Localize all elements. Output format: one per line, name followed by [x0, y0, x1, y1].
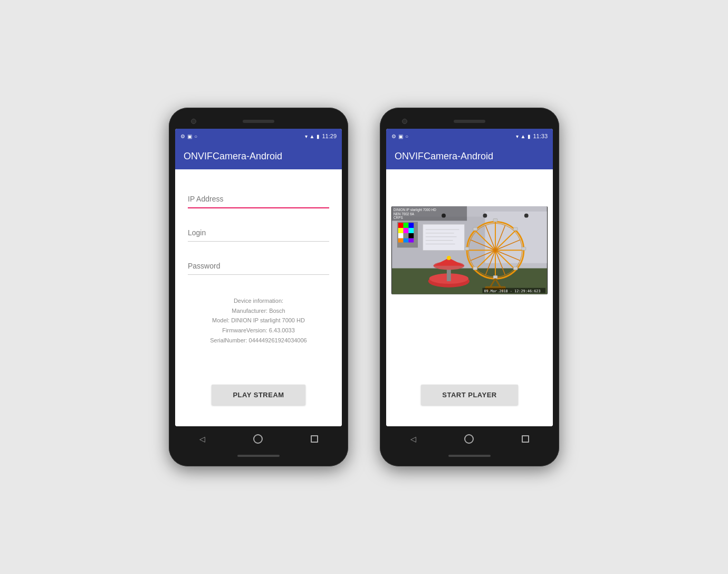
app-title-2: ONVIFCamera-Android	[395, 151, 493, 162]
phone-2-device: ⚙ ▣ ○ ▾ ▲ ▮ 11:33 ONVIFCamera-Android	[380, 108, 559, 466]
battery-2-icon: ▮	[528, 133, 531, 139]
bottom-indicator-2-icon	[448, 455, 491, 457]
start-player-button[interactable]: START PLAYER	[421, 385, 518, 405]
status-icons-right: ▾ ▲ ▮ 11:29	[305, 133, 337, 139]
circle-icon: ○	[194, 133, 197, 139]
svg-rect-7	[408, 223, 414, 228]
back-button[interactable]: ◁	[199, 435, 205, 443]
video-container: 09.Mar.2018 - 12:29:46:623 DINION IP sta…	[391, 206, 548, 294]
phone-1-device: ⚙ ▣ ○ ▾ ▲ ▮ 11:29 ONVIFCamera-Android	[169, 108, 348, 466]
camera-feed-area: 09.Mar.2018 - 12:29:46:623 DINION IP sta…	[386, 169, 553, 426]
phone-2-top-bar	[386, 114, 553, 129]
svg-rect-48	[465, 247, 469, 250]
camera-feed-svg: 09.Mar.2018 - 12:29:46:623 DINION IP sta…	[391, 206, 548, 294]
phone-2-screen: ⚙ ▣ ○ ▾ ▲ ▮ 11:33 ONVIFCamera-Android	[386, 129, 553, 426]
status-bar-1: ⚙ ▣ ○ ▾ ▲ ▮ 11:29	[175, 129, 342, 144]
svg-rect-11	[398, 233, 404, 238]
app-bar-2: ONVIFCamera-Android	[386, 144, 553, 169]
svg-rect-5	[398, 223, 404, 228]
svg-rect-8	[398, 228, 404, 233]
svg-rect-43	[513, 227, 518, 231]
device-info-line3: Model: DINION IP starlight 7000 HD	[188, 315, 329, 326]
front-camera-icon	[191, 119, 196, 124]
phone-2-bottom-notch	[386, 452, 553, 460]
svg-rect-15	[404, 238, 409, 243]
ip-address-input[interactable]	[188, 190, 329, 208]
svg-point-58	[447, 256, 451, 260]
screen-content-1: Device information: Manufacturer: Bosch …	[175, 169, 342, 426]
status-bar-2: ⚙ ▣ ○ ▾ ▲ ▮ 11:33	[386, 129, 553, 144]
device-info-line1: Device information:	[188, 296, 329, 306]
battery-icon: ▮	[317, 133, 320, 139]
login-group	[188, 224, 329, 242]
password-input[interactable]	[188, 257, 329, 275]
circle-2-icon: ○	[405, 133, 408, 139]
svg-rect-49	[473, 227, 477, 231]
phone-1: ⚙ ▣ ○ ▾ ▲ ▮ 11:29 ONVIFCamera-Android	[169, 108, 348, 466]
password-group	[188, 257, 329, 275]
phone-1-bottom-notch	[175, 452, 342, 460]
front-camera-2-icon	[402, 119, 407, 124]
svg-rect-46	[493, 275, 497, 279]
phone-1-screen: ⚙ ▣ ○ ▾ ▲ ▮ 11:29 ONVIFCamera-Android	[175, 129, 342, 426]
signal-2-icon: ▲	[521, 133, 526, 139]
svg-text:NEN 7002 6A: NEN 7002 6A	[394, 212, 415, 216]
app-bar-1: ONVIFCamera-Android	[175, 144, 342, 169]
svg-rect-16	[408, 238, 414, 243]
svg-rect-6	[404, 223, 409, 228]
wifi-icon: ▾	[305, 133, 308, 139]
settings-2-icon: ⚙	[391, 133, 396, 139]
phone-1-top-bar	[175, 114, 342, 129]
svg-rect-47	[473, 267, 477, 270]
bottom-indicator-icon	[237, 455, 280, 457]
play-stream-button[interactable]: PLAY STREAM	[212, 385, 305, 405]
svg-rect-14	[398, 238, 404, 243]
sim-2-icon: ▣	[398, 133, 403, 139]
svg-point-61	[524, 214, 529, 218]
phone-1-nav-bar: ◁	[175, 426, 342, 452]
home-button-2[interactable]	[464, 434, 474, 444]
svg-rect-17	[423, 224, 464, 250]
phone-2: ⚙ ▣ ○ ▾ ▲ ▮ 11:33 ONVIFCamera-Android	[380, 108, 559, 466]
status-icons-left-2: ⚙ ▣ ○	[391, 133, 408, 139]
ip-address-group	[188, 190, 329, 208]
svg-rect-12	[404, 233, 409, 238]
device-info-line2: Manufacturer: Bosch	[188, 306, 329, 316]
status-time-2: 11:33	[533, 133, 548, 139]
device-info-line4: FirmwareVersion: 6.43.0033	[188, 326, 329, 336]
svg-text:09.Mar.2018 - 12:29:46:623: 09.Mar.2018 - 12:29:46:623	[484, 289, 540, 293]
device-info: Device information: Manufacturer: Bosch …	[188, 296, 329, 345]
signal-icon: ▲	[310, 133, 315, 139]
status-icons-left: ⚙ ▣ ○	[180, 133, 197, 139]
status-time-1: 11:29	[322, 133, 337, 139]
home-button[interactable]	[253, 434, 263, 444]
speaker-2-icon	[454, 120, 485, 123]
settings-icon: ⚙	[180, 133, 185, 139]
login-input[interactable]	[188, 224, 329, 242]
svg-rect-9	[404, 228, 409, 233]
status-icons-right-2: ▾ ▲ ▮ 11:33	[516, 133, 548, 139]
recents-button-2[interactable]	[522, 435, 529, 443]
svg-rect-45	[513, 267, 518, 270]
svg-point-60	[483, 214, 487, 218]
svg-rect-44	[522, 247, 526, 250]
svg-rect-10	[408, 228, 414, 233]
svg-text:CRPS: CRPS	[394, 216, 403, 219]
sim-icon: ▣	[187, 133, 192, 139]
app-title-1: ONVIFCamera-Android	[184, 151, 282, 162]
speaker-icon	[243, 120, 274, 123]
phone-2-nav-bar: ◁	[386, 426, 553, 452]
svg-text:DINION IP starlight 7000 HD: DINION IP starlight 7000 HD	[394, 208, 436, 212]
svg-rect-42	[493, 219, 497, 222]
device-info-line5: SerialNumber: 044449261924034006	[188, 336, 329, 346]
wifi-2-icon: ▾	[516, 133, 519, 139]
svg-rect-13	[408, 233, 414, 238]
back-button-2[interactable]: ◁	[410, 435, 416, 443]
recents-button[interactable]	[311, 435, 318, 443]
